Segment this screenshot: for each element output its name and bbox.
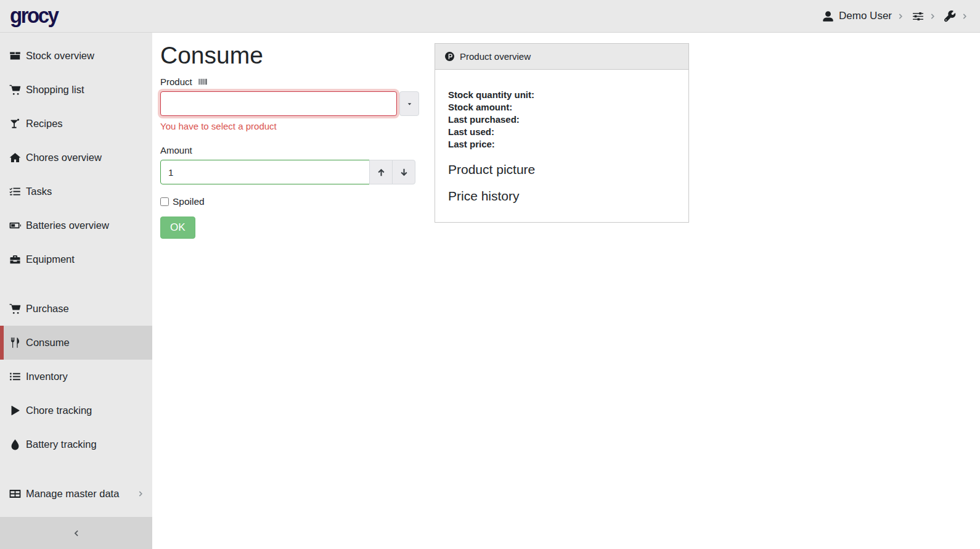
sidebar-item-label: Stock overview — [26, 50, 94, 62]
toolbox-icon — [9, 254, 21, 265]
sidebar-item-label: Tasks — [26, 186, 52, 197]
sidebar-item-batteries-overview[interactable]: Batteries overview — [0, 208, 152, 242]
admin-menu[interactable] — [944, 10, 969, 22]
tasks-icon — [9, 186, 21, 197]
shopping-cart-icon — [9, 303, 21, 315]
sidebar-collapse-toggle[interactable] — [0, 517, 152, 549]
product-overview-fields: Stock quantity unit: Stock amount: Last … — [448, 89, 676, 151]
sidebar-item-label: Purchase — [26, 303, 69, 315]
user-icon — [822, 10, 834, 22]
sidebar-item-stock-overview[interactable]: Stock overview — [0, 39, 152, 73]
sidebar-item-manage-master-data[interactable]: Manage master data — [0, 477, 152, 511]
sidebar-item-purchase[interactable]: Purchase — [0, 292, 152, 326]
arrow-down-icon — [399, 167, 409, 178]
field-stock-amount: Stock amount: — [448, 101, 676, 114]
sidebar-item-consume[interactable]: Consume — [0, 326, 152, 360]
sliders-icon — [912, 10, 924, 22]
spoiled-checkbox[interactable] — [160, 197, 169, 206]
sidebar-item-label: Shopping list — [26, 84, 84, 96]
wrench-icon — [944, 10, 956, 22]
settings-menu[interactable] — [912, 10, 937, 22]
amount-input[interactable] — [160, 160, 370, 184]
chevron-right-icon — [929, 12, 937, 20]
spoiled-label: Spoiled — [173, 196, 205, 207]
product-circle-icon — [444, 51, 455, 62]
main-content: Consume Product You have to select a pro… — [152, 33, 980, 549]
product-overview-header: Product overview — [435, 44, 688, 70]
sidebar-item-tasks[interactable]: Tasks — [0, 175, 152, 208]
sidebar-item-shopping-list[interactable]: Shopping list — [0, 73, 152, 107]
cocktail-icon — [9, 118, 21, 130]
sidebar-item-label: Chore tracking — [26, 405, 92, 416]
sidebar-item-chore-tracking[interactable]: Chore tracking — [0, 394, 152, 427]
user-name: Demo User — [839, 10, 892, 22]
product-overview-title: Product overview — [460, 51, 531, 62]
chevron-right-icon — [897, 12, 905, 20]
sidebar-item-equipment[interactable]: Equipment — [0, 242, 152, 276]
chevron-left-icon — [71, 529, 81, 538]
sidebar-item-label: Battery tracking — [26, 439, 97, 450]
box-icon — [9, 50, 21, 62]
product-input[interactable] — [160, 91, 397, 116]
shopping-cart-icon — [9, 84, 21, 96]
grocy-logo[interactable]: grocy — [10, 4, 57, 28]
list-icon — [9, 371, 21, 382]
caret-down-icon — [406, 101, 413, 107]
table-icon — [9, 488, 21, 500]
sidebar-item-label: Recipes — [26, 118, 63, 130]
amount-decrement-button[interactable] — [392, 160, 415, 184]
droplet-icon — [9, 439, 21, 450]
sidebar-item-label: Chores overview — [26, 152, 102, 163]
sidebar-item-chores-overview[interactable]: Chores overview — [0, 141, 152, 175]
product-dropdown-button[interactable] — [399, 91, 419, 116]
field-last-used: Last used: — [448, 126, 676, 138]
sidebar-item-label: Batteries overview — [26, 220, 109, 231]
barcode-icon — [197, 77, 209, 86]
chevron-right-icon — [137, 490, 145, 498]
sidebar-item-inventory[interactable]: Inventory — [0, 360, 152, 394]
play-icon — [9, 405, 21, 416]
price-history-heading: Price history — [448, 189, 676, 204]
battery-icon — [9, 220, 21, 231]
sidebar-item-label: Manage master data — [26, 488, 119, 500]
field-stock-quantity-unit: Stock quantity unit: — [448, 89, 676, 101]
sidebar-item-battery-tracking[interactable]: Battery tracking — [0, 427, 152, 461]
arrow-up-icon — [376, 167, 386, 178]
navbar-right: Demo User — [822, 10, 969, 22]
product-picture-heading: Product picture — [448, 162, 676, 177]
ok-button[interactable]: OK — [160, 217, 195, 239]
sidebar-item-label: Inventory — [26, 371, 68, 382]
sidebar-item-label: Equipment — [26, 254, 75, 265]
sidebar: Stock overview Shopping list Recipes Cho… — [0, 33, 152, 549]
field-last-price: Last price: — [448, 138, 676, 151]
amount-increment-button[interactable] — [369, 160, 393, 184]
sidebar-item-recipes[interactable]: Recipes — [0, 107, 152, 141]
top-navbar: grocy Demo User — [0, 0, 980, 33]
home-icon — [9, 152, 21, 163]
sidebar-item-label: Consume — [26, 337, 70, 349]
utensils-icon — [9, 337, 21, 349]
field-last-purchased: Last purchased: — [448, 114, 676, 126]
product-overview-body: Stock quantity unit: Stock amount: Last … — [435, 70, 688, 222]
user-menu[interactable]: Demo User — [822, 10, 905, 22]
chevron-right-icon — [961, 12, 969, 20]
product-overview-card: Product overview Stock quantity unit: St… — [435, 43, 689, 223]
